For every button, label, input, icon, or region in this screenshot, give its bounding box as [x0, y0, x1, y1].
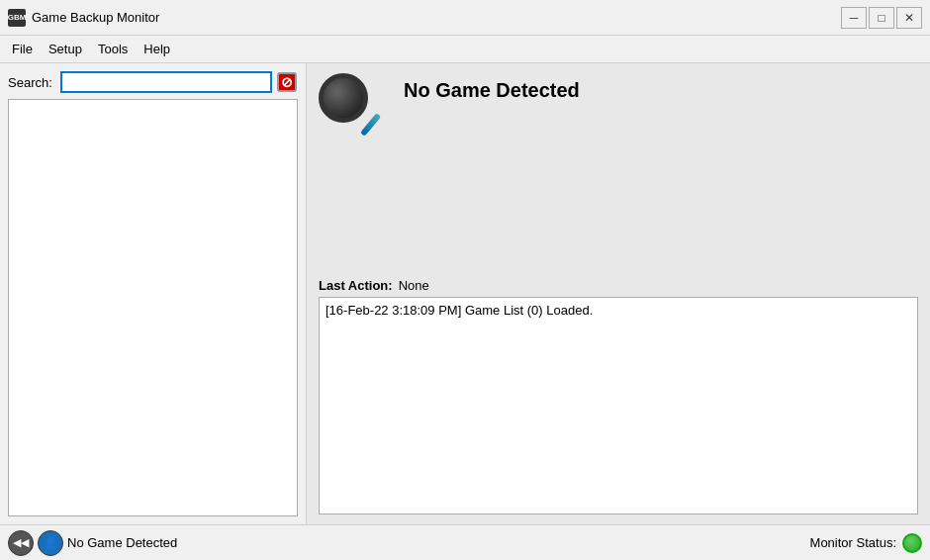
left-panel: Search: ⊘ — [0, 63, 307, 524]
search-label: Search: — [8, 75, 52, 90]
log-entry: [16-Feb-22 3:18:09 PM] Game List (0) Loa… — [326, 303, 593, 318]
status-left: ◀◀ 👤 No Game Detected — [8, 530, 810, 556]
log-box[interactable]: [16-Feb-22 3:18:09 PM] Game List (0) Loa… — [319, 297, 918, 514]
no-game-title: No Game Detected — [404, 73, 580, 102]
last-action-row: Last Action: None — [319, 278, 918, 293]
search-row: Search: ⊘ — [8, 71, 298, 93]
status-bar: ◀◀ 👤 No Game Detected Monitor Status: — [0, 524, 930, 560]
search-input[interactable] — [60, 71, 272, 93]
monitor-status-label: Monitor Status: — [810, 535, 896, 550]
menu-help[interactable]: Help — [136, 39, 178, 59]
back-button[interactable]: ◀◀ — [8, 530, 34, 556]
game-info-section: No Game Detected — [319, 73, 918, 192]
minimize-button[interactable]: ─ — [841, 7, 867, 29]
menu-setup[interactable]: Setup — [41, 39, 90, 59]
magnifier-handle — [360, 113, 381, 137]
right-panel: No Game Detected Last Action: None [16-F… — [307, 63, 930, 524]
app-icon: GBM — [8, 9, 26, 27]
status-game-text: No Game Detected — [67, 535, 177, 550]
game-list[interactable] — [8, 99, 298, 516]
magnifier-circle — [319, 73, 368, 123]
close-button[interactable]: ✕ — [896, 7, 922, 29]
user-button[interactable]: 👤 — [38, 530, 63, 556]
title-bar: GBM Game Backup Monitor ─ □ ✕ — [0, 0, 930, 36]
clear-search-button[interactable]: ⊘ — [276, 71, 298, 93]
magnifier-icon — [319, 73, 388, 142]
last-action-value: None — [399, 278, 429, 293]
menu-tools[interactable]: Tools — [90, 39, 136, 59]
monitor-status-dot — [902, 533, 922, 553]
maximize-button[interactable]: □ — [869, 7, 894, 29]
menu-file[interactable]: File — [4, 39, 41, 59]
status-right: Monitor Status: — [810, 533, 922, 553]
menu-bar: File Setup Tools Help — [0, 36, 930, 63]
window-controls: ─ □ ✕ — [841, 7, 922, 29]
clear-icon: ⊘ — [277, 72, 297, 92]
last-action-label: Last Action: — [319, 278, 393, 293]
main-content: Search: ⊘ No Game Detected Last Action: … — [0, 63, 930, 524]
app-title: Game Backup Monitor — [32, 10, 841, 25]
